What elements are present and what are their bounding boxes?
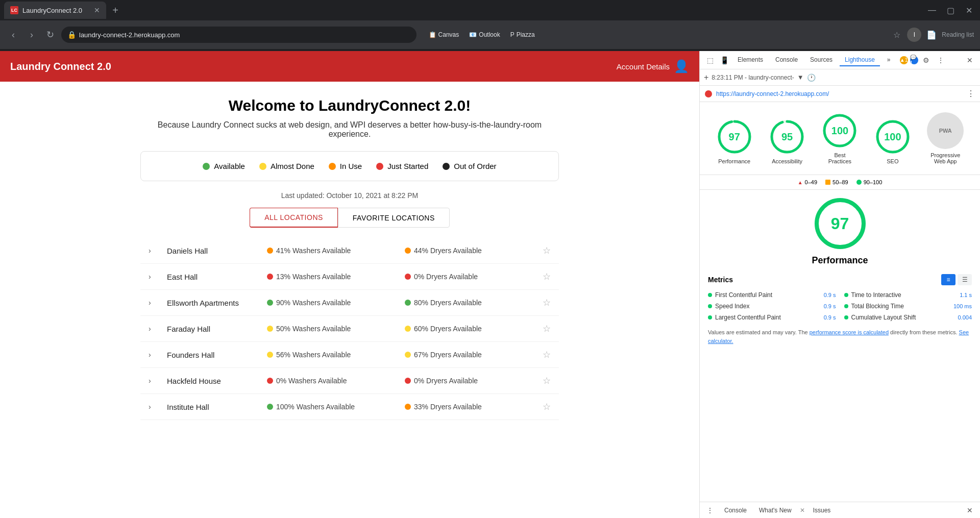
devtools-bottom-tab-issues[interactable]: Issues — [809, 505, 835, 516]
devtools-tab-more[interactable]: » — [882, 54, 896, 66]
score-item-best-practices[interactable]: 100 Best Practices — [821, 112, 858, 164]
score-item-seo[interactable]: 100 SEO — [874, 118, 911, 164]
metrics-view-buttons: ≡ ☰ — [941, 274, 972, 285]
expand-button[interactable]: › — [149, 351, 159, 359]
devtools-inspect-icon[interactable]: ⬚ — [704, 54, 716, 66]
dryer-dot — [405, 404, 411, 410]
metric-name-lcp: Largest Contentful Paint — [715, 314, 807, 321]
legend-dot-available — [203, 163, 210, 170]
legend-triangle-icon: ▲ — [798, 180, 803, 185]
account-details-button[interactable]: Account Details 👤 — [617, 59, 689, 73]
refresh-button[interactable]: ↻ — [43, 28, 57, 42]
tab-favicon: LC — [10, 6, 18, 14]
washer-dot — [267, 274, 273, 280]
expand-button[interactable]: › — [149, 299, 159, 307]
close-button[interactable]: ✕ — [962, 3, 976, 17]
favorite-button[interactable]: ☆ — [543, 323, 551, 334]
favorite-button[interactable]: ☆ — [543, 401, 551, 412]
lighthouse-history-icon[interactable]: 🕐 — [807, 73, 816, 82]
perf-circle-area: 97 — [708, 198, 972, 249]
expand-button[interactable]: › — [149, 273, 159, 281]
expand-button[interactable]: › — [149, 403, 159, 411]
lighthouse-dropdown-icon[interactable]: ▼ — [797, 73, 804, 81]
perf-score-link[interactable]: performance score is calculated — [810, 329, 889, 335]
lighthouse-add-button[interactable]: + — [704, 73, 708, 82]
expand-button[interactable]: › — [149, 377, 159, 385]
metric-dot-tti — [844, 293, 848, 297]
dryer-dot — [405, 300, 411, 306]
devtools-more-icon[interactable]: ⋮ — [935, 54, 947, 66]
back-button[interactable]: ‹ — [6, 28, 20, 42]
bookmark-outlook[interactable]: 📧 Outlook — [465, 29, 504, 40]
new-tab-button[interactable]: + — [108, 3, 122, 17]
legend-available: Available — [203, 162, 245, 170]
bookmark-canvas[interactable]: 📋 Canvas — [425, 29, 463, 40]
devtools-bottom-close-button[interactable]: ✕ — [964, 504, 976, 516]
legend-high-label: 90–100 — [864, 179, 883, 185]
dryer-pct: 80% Dryers Available — [414, 299, 482, 307]
tab-favorite-locations[interactable]: FAVORITE LOCATIONS — [338, 208, 450, 228]
address-bar[interactable]: 🔒 laundry-connect-2.herokuapp.com — [61, 27, 416, 43]
devtools-close-button[interactable]: ✕ — [964, 54, 976, 66]
tab-all-locations[interactable]: ALL LOCATIONS — [250, 208, 338, 228]
score-value-seo: 100 — [884, 131, 901, 143]
legend-mid: 50–89 — [825, 179, 848, 185]
metric-name-tti: Time to Interactive — [851, 291, 944, 299]
favorite-button[interactable]: ☆ — [543, 349, 551, 360]
expand-button[interactable]: › — [149, 246, 159, 255]
perf-score-value: 97 — [831, 214, 849, 233]
favorite-button[interactable]: ☆ — [543, 271, 551, 282]
perf-note-text2: directly from these metrics. — [890, 329, 959, 335]
account-details-label: Account Details — [617, 62, 670, 71]
metrics-bar-view-button[interactable]: ≡ — [941, 274, 955, 285]
location-list: › Daniels Hall 41% Washers Available 44%… — [140, 238, 559, 420]
metric-dot-lcp — [708, 315, 712, 319]
favorite-button[interactable]: ☆ — [543, 245, 551, 256]
favorite-button[interactable]: ☆ — [543, 375, 551, 386]
expand-button[interactable]: › — [149, 325, 159, 333]
bookmark-piazza[interactable]: P Piazza — [506, 29, 539, 40]
app-body: Welcome to LaundryConnect 2.0! Because L… — [120, 82, 579, 435]
washer-stat: 41% Washers Available — [267, 246, 397, 255]
washer-pct: 41% Washers Available — [276, 246, 351, 255]
dryer-stat: 60% Dryers Available — [405, 325, 534, 333]
devtools-bottom-menu-icon[interactable]: ⋮ — [704, 504, 716, 516]
score-item-performance[interactable]: 97 Performance — [716, 118, 753, 164]
legend-label-in-use: In Use — [340, 162, 362, 170]
devtools-tab-lighthouse[interactable]: Lighthouse — [840, 54, 880, 66]
profile-icon[interactable]: I — [907, 28, 921, 42]
devtools-device-icon[interactable]: 📱 — [718, 54, 730, 66]
favorite-button[interactable]: ☆ — [543, 297, 551, 308]
lighthouse-url-more-icon[interactable]: ⋮ — [967, 89, 975, 98]
devtools-bottom-tab-whats-new-close[interactable]: ✕ — [800, 507, 805, 514]
score-item-pwa[interactable]: PWA Progressive Web App — [927, 112, 964, 164]
devtools-bottom-tab-whats-new[interactable]: What's New — [755, 505, 796, 516]
location-row: › Faraday Hall 50% Washers Available 60%… — [140, 316, 559, 342]
metric-cls: Cumulative Layout Shift 0.004 — [844, 314, 972, 321]
devtools-tab-console[interactable]: Console — [770, 54, 803, 66]
metrics-list-view-button[interactable]: ☰ — [958, 274, 972, 285]
dryer-stat: 44% Dryers Available — [405, 246, 534, 255]
devtools-tab-elements[interactable]: Elements — [732, 54, 768, 66]
metrics-header: Metrics ≡ ☰ — [708, 274, 972, 285]
location-name: Daniels Hall — [167, 246, 259, 255]
location-name: Institute Hall — [167, 403, 259, 411]
app-header-title: Laundry Connect 2.0 — [10, 61, 111, 72]
forward-button[interactable]: › — [24, 28, 39, 42]
minimize-button[interactable]: — — [925, 3, 939, 17]
reading-list-icon[interactable]: 📄 — [924, 28, 939, 42]
score-item-accessibility[interactable]: 95 Accessibility — [769, 118, 805, 164]
browser-tab[interactable]: LC LaundryConnect 2.0 ✕ — [4, 2, 106, 19]
bookmark-piazza-label: Piazza — [517, 31, 535, 38]
devtools-settings-icon[interactable]: ⚙ — [920, 54, 933, 66]
lighthouse-subbar: + 8:23:11 PM - laundry-connect- ▼ 🕐 — [700, 69, 980, 86]
star-bookmark-icon[interactable]: ☆ — [890, 28, 904, 42]
legend-in-use: In Use — [329, 162, 362, 170]
washer-pct: 13% Washers Available — [276, 273, 351, 281]
tab-close-button[interactable]: ✕ — [94, 6, 100, 14]
devtools-bottom-tab-console[interactable]: Console — [720, 505, 751, 516]
devtools-tab-sources[interactable]: Sources — [805, 54, 838, 66]
lighthouse-url-bar: https://laundry-connect-2.herokuapp.com/… — [700, 86, 980, 102]
maximize-button[interactable]: ▢ — [943, 3, 958, 17]
legend-label-out-of-order: Out of Order — [454, 162, 496, 170]
